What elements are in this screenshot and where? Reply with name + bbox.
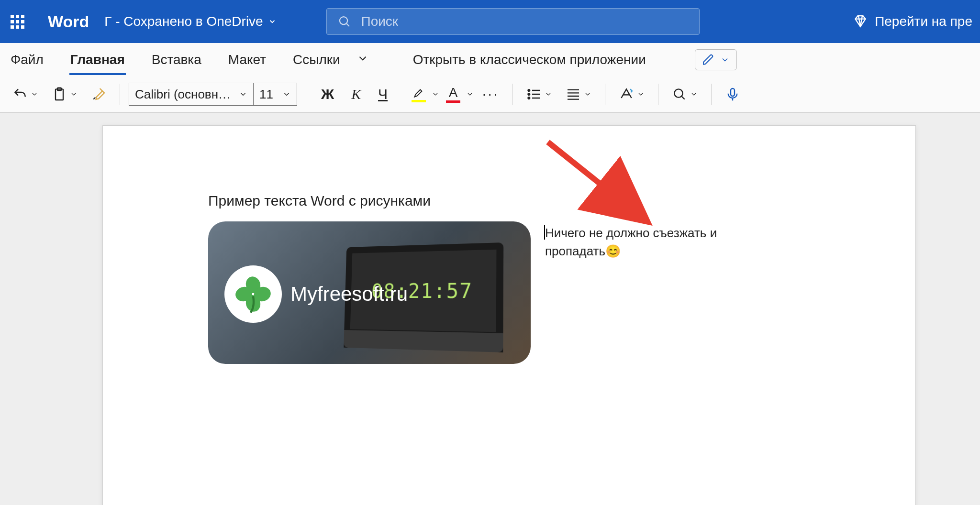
search-icon	[672, 87, 687, 102]
chevron-down-icon	[432, 90, 439, 98]
chevron-down-icon	[31, 90, 38, 98]
font-name-value: Calibri (основн…	[135, 87, 231, 102]
font-size-dropdown[interactable]: 11	[254, 83, 297, 105]
svg-point-3	[528, 89, 530, 91]
document-status[interactable]: Г - Сохранено в OneDrive	[104, 14, 276, 29]
paste-button[interactable]	[47, 84, 82, 105]
search-icon	[337, 14, 352, 29]
clipboard-icon	[52, 87, 67, 102]
go-premium-label: Перейти на пре	[875, 14, 972, 29]
svg-point-6	[675, 89, 683, 97]
pencil-icon	[702, 54, 714, 66]
image-brand-text: Myfreesoft.ru	[290, 283, 408, 306]
svg-point-0	[340, 17, 347, 24]
svg-rect-7	[731, 88, 735, 96]
document-image[interactable]: 08:21:57	[208, 221, 531, 364]
more-tabs-button[interactable]	[356, 52, 369, 68]
app-launcher-icon[interactable]	[8, 12, 27, 31]
image-logo-row: Myfreesoft.ru	[224, 265, 408, 323]
chevron-down-icon	[70, 90, 78, 98]
search-box[interactable]	[326, 8, 700, 35]
align-button[interactable]	[561, 84, 596, 105]
chevron-down-icon	[584, 90, 591, 98]
ribbon-tabs: Файл Главная Вставка Макет Ссылки Открыт…	[0, 43, 980, 77]
diamond-icon	[853, 14, 868, 29]
editing-mode-button[interactable]	[695, 49, 737, 70]
undo-icon	[12, 87, 28, 102]
annotation-arrow-icon	[543, 137, 663, 233]
document-status-label: Г - Сохранено в OneDrive	[104, 14, 263, 29]
search-input[interactable]	[361, 14, 689, 29]
document-heading[interactable]: Пример текста Word с рисунками	[208, 193, 810, 209]
tab-home[interactable]: Главная	[69, 49, 126, 70]
separator	[658, 84, 658, 105]
chevron-down-icon	[545, 90, 552, 98]
bold-button[interactable]: Ж	[314, 83, 341, 105]
text-cursor	[544, 225, 545, 240]
tab-layout[interactable]: Макет	[227, 49, 267, 70]
font-color-swatch	[446, 100, 460, 103]
format-painter-button[interactable]	[86, 84, 111, 105]
open-in-desktop-button[interactable]: Открыть в классическом приложении	[413, 52, 646, 67]
styles-icon	[619, 87, 634, 102]
separator	[512, 84, 513, 105]
document-side-text[interactable]: Ничего не должно съезжать и пропадать😊	[545, 224, 736, 260]
title-bar: Word Г - Сохранено в OneDrive Перейти на…	[0, 0, 980, 43]
highlight-color-button[interactable]	[409, 85, 439, 104]
more-font-options-button[interactable]: ···	[478, 84, 504, 105]
chevron-down-icon	[466, 90, 474, 98]
highlight-color-swatch	[412, 100, 426, 102]
chevron-down-icon	[239, 90, 247, 99]
font-name-dropdown[interactable]: Calibri (основн…	[129, 83, 254, 105]
microphone-icon	[725, 87, 740, 102]
font-size-value: 11	[259, 87, 273, 102]
chevron-down-icon	[356, 52, 369, 65]
separator	[120, 84, 120, 105]
clover-icon	[224, 265, 282, 323]
svg-point-4	[528, 93, 530, 95]
ribbon-toolbar: Calibri (основн… 11 Ж К Ч A ···	[0, 77, 980, 113]
side-text-content: Ничего не должно съезжать и пропадать😊	[545, 226, 717, 258]
tab-insert[interactable]: Вставка	[151, 49, 202, 70]
chevron-down-icon	[637, 90, 645, 98]
svg-point-5	[528, 97, 530, 99]
find-button[interactable]	[667, 84, 702, 105]
separator	[711, 84, 712, 105]
styles-button[interactable]	[614, 84, 649, 105]
font-color-icon: A	[449, 86, 458, 99]
highlighter-icon	[412, 87, 425, 99]
paintbrush-icon	[91, 87, 106, 102]
app-name: Word	[48, 12, 89, 31]
dictate-button[interactable]	[720, 84, 740, 105]
chevron-down-icon	[720, 55, 730, 65]
bullet-list-button[interactable]	[522, 84, 557, 105]
tab-references[interactable]: Ссылки	[292, 49, 341, 70]
undo-button[interactable]	[8, 84, 43, 105]
italic-button[interactable]: К	[345, 83, 368, 105]
chevron-down-icon	[282, 90, 291, 99]
chevron-down-icon	[690, 90, 698, 98]
font-selector: Calibri (основн… 11	[129, 83, 297, 106]
separator	[605, 84, 605, 105]
document-canvas: Пример текста Word с рисунками 08:21:57	[0, 113, 980, 505]
bullet-list-icon	[526, 87, 542, 102]
go-premium-button[interactable]: Перейти на пре	[853, 14, 972, 29]
font-color-button[interactable]: A	[443, 84, 474, 105]
underline-button[interactable]: Ч	[371, 83, 394, 105]
document-page[interactable]: Пример текста Word с рисунками 08:21:57	[102, 125, 916, 505]
tab-file[interactable]: Файл	[10, 49, 45, 70]
align-icon	[566, 87, 581, 102]
chevron-down-icon	[268, 17, 277, 26]
